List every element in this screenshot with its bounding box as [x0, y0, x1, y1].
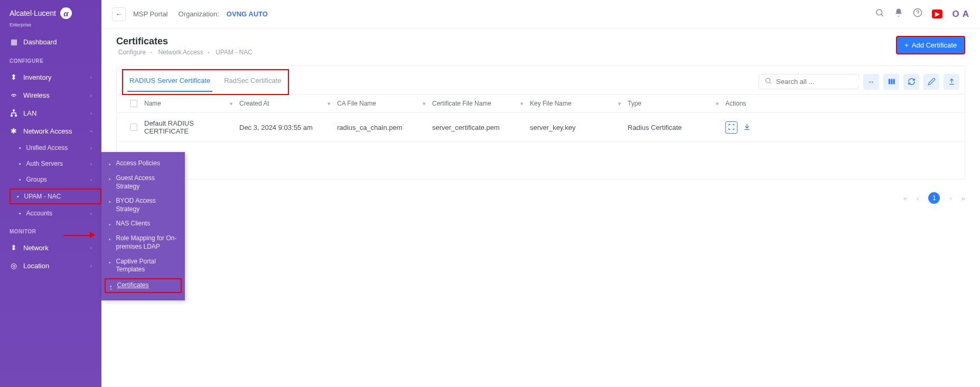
col-label: Key File Name [530, 100, 572, 107]
download-icon[interactable] [743, 122, 751, 133]
sub-label: Accounts [26, 210, 52, 217]
page-header: Certificates Configure- Network Access- … [101, 29, 980, 59]
help-icon[interactable] [913, 8, 922, 20]
page-next-button[interactable]: › [949, 194, 951, 202]
col-key[interactable]: Key File Name▾ [530, 100, 628, 107]
col-type[interactable]: Type▾ [628, 100, 725, 107]
flyout-guest-access[interactable]: Guest Access Strategy [101, 171, 185, 194]
filter-icon[interactable]: ▾ [618, 100, 621, 107]
col-created[interactable]: Created At▾ [239, 100, 337, 107]
sidebar-item-groups[interactable]: Groups› [10, 172, 101, 187]
col-label: Certificate File Name [432, 100, 491, 107]
sidebar-item-upam-nac[interactable]: UPAM - NAC [10, 188, 101, 204]
bell-icon[interactable] [894, 8, 903, 20]
table-footer: 1 - 1 of 1 records « ‹ 1 › » [101, 186, 980, 210]
chevron-right-icon: › [90, 74, 92, 80]
wifi-icon [10, 91, 18, 99]
col-label: Actions [725, 100, 746, 107]
col-ca[interactable]: CA File Name▾ [337, 100, 432, 107]
page-prev-button[interactable]: ‹ [917, 194, 919, 202]
flyout-label: Access Policies [116, 159, 160, 168]
cell-ca: radius_ca_chain.pem [337, 124, 432, 131]
user-avatar[interactable]: O A [952, 9, 969, 20]
select-all-check[interactable] [123, 100, 144, 107]
nav-label: Inventory [23, 73, 51, 81]
flyout-byod-access[interactable]: BYOD Access Strategy [101, 194, 185, 216]
sub-label: UPAM - NAC [24, 193, 61, 200]
filter-icon[interactable]: ▾ [328, 100, 331, 107]
nav-label: LAN [23, 109, 36, 117]
svg-rect-7 [891, 79, 892, 84]
sidebar-collapse-button[interactable]: ← [112, 7, 126, 21]
nav-network-access[interactable]: ✱ Network Access › [0, 122, 101, 140]
nav-wireless[interactable]: Wireless › [0, 86, 101, 104]
tab-radsec-cert[interactable]: RadSec Certificate [222, 72, 283, 92]
org-link[interactable]: OVNG AUTO [227, 10, 268, 18]
sidebar: Alcatel·Lucent α Enterprise ▦ Dashboard … [0, 0, 101, 387]
nav-network[interactable]: ⬍ Network › [0, 239, 101, 257]
youtube-icon[interactable]: ▶ [932, 10, 942, 18]
checkbox-icon [130, 100, 137, 107]
cell-name: Default RADIUS CERTIFICATE [144, 119, 239, 135]
lan-icon [10, 109, 18, 117]
table-tools: ↔ [759, 74, 959, 90]
page-title: Certificates [116, 36, 965, 47]
search-input[interactable] [776, 78, 865, 86]
network-access-icon: ✱ [10, 127, 18, 135]
sidebar-item-unified-access[interactable]: Unified Access› [10, 140, 101, 156]
crumb[interactable]: UPAM - NAC [216, 49, 253, 56]
upload-button[interactable] [944, 74, 959, 90]
flyout-role-mapping[interactable]: Role Mapping for On-premises LDAP [101, 231, 185, 254]
svg-point-3 [876, 10, 882, 15]
filter-icon[interactable]: ▾ [230, 100, 233, 107]
col-label: Type [628, 100, 641, 107]
sidebar-item-auth-servers[interactable]: Auth Servers› [10, 156, 101, 172]
sidebar-item-accounts[interactable]: Accounts› [10, 205, 101, 221]
filter-icon[interactable]: ▾ [716, 100, 719, 107]
svg-rect-2 [15, 115, 17, 116]
add-btn-label: Add Certificate [912, 41, 957, 49]
add-certificate-button[interactable]: + Add Certificate [896, 36, 965, 54]
filter-icon[interactable]: ▾ [520, 100, 524, 107]
plus-icon: + [904, 41, 909, 49]
search-top-icon[interactable] [875, 8, 884, 20]
nav-dashboard[interactable]: ▦ Dashboard [0, 33, 101, 51]
expand-columns-button[interactable]: ↔ [863, 74, 879, 90]
edit-button[interactable] [923, 74, 939, 90]
nav-location[interactable]: ◎ Location › [0, 257, 101, 275]
col-name[interactable]: Name▾ [144, 100, 239, 107]
tab-radius-server-cert[interactable]: RADIUS Server Certificate [127, 72, 212, 92]
chevron-right-icon: › [90, 245, 92, 251]
filter-icon[interactable]: ▾ [423, 100, 426, 107]
nav-lan[interactable]: LAN › [0, 104, 101, 122]
page-last-button[interactable]: » [962, 194, 965, 202]
flyout-nas-clients[interactable]: NAS Clients [101, 216, 185, 231]
location-icon: ◎ [10, 261, 18, 270]
column-settings-button[interactable] [883, 74, 899, 90]
flyout-certificates[interactable]: Certificates [106, 279, 181, 292]
dashboard-icon: ▦ [10, 37, 18, 46]
network-access-subitems: Unified Access› Auth Servers› Groups› UP… [0, 140, 101, 221]
crumb[interactable]: Configure [118, 49, 146, 56]
nav-label: Network Access [23, 127, 72, 135]
nav-inventory[interactable]: ⬍ Inventory › [0, 68, 101, 86]
search-input-wrap[interactable] [759, 74, 859, 89]
row-check[interactable] [123, 124, 144, 131]
flyout-access-policies[interactable]: Access Policies [101, 156, 185, 171]
page-number[interactable]: 1 [928, 192, 940, 204]
crumb[interactable]: Network Access [158, 49, 203, 56]
top-icons: ▶ O A [875, 8, 969, 20]
refresh-button[interactable] [903, 74, 919, 90]
col-actions: Actions [725, 100, 778, 107]
col-label: Name [144, 100, 161, 107]
crumb-sep: - [150, 49, 152, 56]
nav-label: Network [23, 244, 49, 252]
portal-label: MSP Portal [133, 10, 168, 18]
flyout-captive-portal[interactable]: Captive Portal Templates [101, 254, 185, 277]
expand-icon[interactable] [725, 121, 738, 134]
col-cert[interactable]: Certificate File Name▾ [432, 100, 530, 107]
org-label: Organization: [179, 10, 219, 18]
sub-label: Auth Servers [26, 160, 63, 167]
page-first-button[interactable]: « [903, 194, 907, 202]
flyout-label: BYOD Access Strategy [116, 197, 178, 213]
